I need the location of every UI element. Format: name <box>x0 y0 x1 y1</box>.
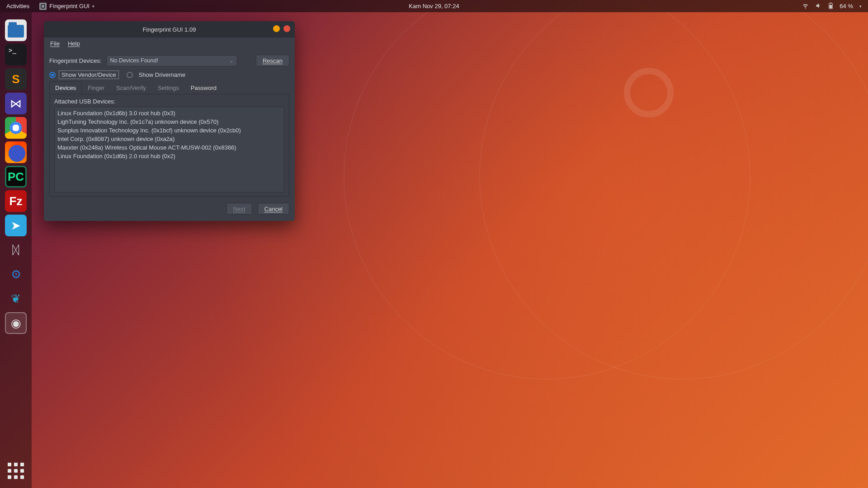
dock-vscode[interactable]: ⋈ <box>5 93 27 114</box>
app-menu[interactable]: Fingerprint GUI ▾ <box>36 3 98 10</box>
usb-device-item[interactable]: Maxxter (0x248a) Wireless Optical Mouse … <box>57 143 281 152</box>
chevron-down-icon: ▾ <box>92 4 94 9</box>
dock-files[interactable] <box>5 19 27 41</box>
chevron-down-icon: ▾ <box>859 4 862 9</box>
desktop: Activities Fingerprint GUI ▾ Kam Nov 29,… <box>0 0 868 488</box>
devices-combo[interactable]: No Devices Found! ⌄ <box>106 55 237 66</box>
menu-help[interactable]: Help <box>68 40 80 47</box>
app-menu-icon <box>39 3 47 10</box>
dock-fingerprint[interactable]: ◉ <box>5 312 27 334</box>
menubar: File Help <box>44 38 295 49</box>
menu-file[interactable]: File <box>50 40 60 47</box>
dock-chrome[interactable] <box>5 117 27 139</box>
usb-device-item[interactable]: Linux Foundation (0x1d6b) 2.0 root hub (… <box>57 152 281 160</box>
tab-password[interactable]: Password <box>185 81 222 94</box>
usb-device-item[interactable]: LighTuning Technology Inc. (0x1c7a) unkn… <box>57 117 281 126</box>
svg-rect-2 <box>830 5 832 8</box>
cancel-button-label: Cancel <box>264 206 283 212</box>
radio-show-vendor-label: Show Vendor/Device <box>59 71 118 79</box>
app-menu-label: Fingerprint GUI <box>49 3 90 9</box>
battery-percent: 64 % <box>840 3 853 9</box>
chevron-down-icon: ⌄ <box>230 58 233 63</box>
rescan-button[interactable]: Rescan <box>256 55 289 66</box>
wifi-icon <box>802 2 809 10</box>
tab-finger[interactable]: Finger <box>82 81 110 94</box>
usb-device-item[interactable]: Intel Corp. (0x8087) unknown device (0xa… <box>57 135 281 143</box>
dock-firefox[interactable] <box>5 141 27 163</box>
radio-show-drivername[interactable] <box>127 72 133 78</box>
devices-panel-heading: Attached USB Devices: <box>54 98 284 105</box>
next-button: Next <box>226 203 252 215</box>
window-minimize-button[interactable] <box>273 25 280 32</box>
activities-button[interactable]: Activities <box>0 3 36 9</box>
cancel-button[interactable]: Cancel <box>258 203 289 215</box>
svg-rect-1 <box>830 2 831 3</box>
menu-help-label: Help <box>68 40 80 47</box>
devices-combo-value: No Devices Found! <box>110 57 158 64</box>
tab-settings[interactable]: Settings <box>152 81 185 94</box>
rescan-button-label: Rescan <box>263 57 283 64</box>
menu-file-label: File <box>50 40 60 47</box>
volume-icon <box>815 2 822 10</box>
window-title: Fingerprint GUI 1.09 <box>143 26 196 33</box>
dock-musicbrainz[interactable]: ❦ <box>5 288 27 310</box>
dock-pycharm[interactable]: PC <box>5 166 27 188</box>
window-titlebar[interactable]: Fingerprint GUI 1.09 <box>44 21 295 38</box>
devices-label: Fingerprint Devices: <box>49 57 102 64</box>
fingerprint-gui-window: Fingerprint GUI 1.09 File Help Fingerpri… <box>44 21 295 221</box>
dock-gitkraken[interactable]: ᛞ <box>5 239 27 261</box>
radio-show-drivername-label: Show Drivername <box>137 71 188 79</box>
dock-filezilla[interactable]: Fz <box>5 190 27 212</box>
dock: S⋈PCFz➤ᛞ⚙❦◉ <box>0 12 32 488</box>
show-applications-button[interactable] <box>5 460 27 482</box>
usb-device-list[interactable]: Linux Foundation (0x1d6b) 3.0 root hub (… <box>54 107 284 192</box>
devices-panel: Attached USB Devices: Linux Foundation (… <box>49 94 289 197</box>
battery-icon <box>828 2 833 10</box>
window-close-button[interactable] <box>283 25 290 32</box>
dock-sublime[interactable]: S <box>5 68 27 90</box>
tab-devices[interactable]: Devices <box>49 81 82 94</box>
usb-device-item[interactable]: Linux Foundation (0x1d6b) 3.0 root hub (… <box>57 109 281 117</box>
dock-telegram[interactable]: ➤ <box>5 215 27 236</box>
tab-scan-verify[interactable]: Scan/Verify <box>110 81 152 94</box>
next-button-label: Next <box>233 206 245 212</box>
gnome-top-bar: Activities Fingerprint GUI ▾ Kam Nov 29,… <box>0 0 868 12</box>
status-area[interactable]: 64 % ▾ <box>802 2 868 10</box>
radio-show-vendor[interactable] <box>49 72 56 78</box>
dock-terminal[interactable] <box>5 44 27 66</box>
tabstrip: Devices Finger Scan/Verify Settings Pass… <box>49 81 289 94</box>
usb-device-item[interactable]: Sunplus Innovation Technology Inc. (0x1b… <box>57 126 281 135</box>
clock[interactable]: Kam Nov 29, 07:24 <box>409 3 459 9</box>
dock-settings[interactable]: ⚙ <box>5 263 27 285</box>
